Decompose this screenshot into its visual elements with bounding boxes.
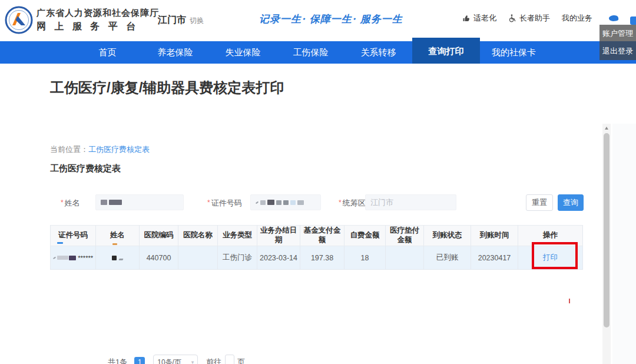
cell-arrival-time: 20230417 xyxy=(471,246,518,270)
cell-advance-amount xyxy=(386,246,424,270)
pagination-total: 共1条 xyxy=(108,357,127,364)
redacted-cell-4 xyxy=(112,256,117,260)
cell-self-amount: 18 xyxy=(344,246,386,270)
col-header-business-type: 业务类型 xyxy=(218,225,257,246)
cell-settle-date: 2023-03-14 xyxy=(257,246,300,270)
nav-item-pension[interactable]: 养老保险 xyxy=(141,41,209,64)
redacted-cell-1 xyxy=(53,256,56,259)
col-header-action: 操作 xyxy=(518,225,583,246)
col-header-name: 姓名 xyxy=(96,225,140,246)
id-label: *证件号码 xyxy=(207,198,242,209)
scrollbar[interactable] xyxy=(602,124,611,364)
region-input[interactable]: 江门市 xyxy=(365,194,456,210)
pagination-page-size-select[interactable]: 10条/页 ▾ xyxy=(153,355,198,364)
search-button[interactable]: 查询 xyxy=(558,194,584,211)
nav-item-query-print[interactable]: 查询打印 xyxy=(412,38,480,64)
pagination-page-1-button[interactable]: 1 xyxy=(134,357,145,364)
org-title-line1: 广东省人力资源和社会保障厅 xyxy=(37,8,159,19)
redacted-name-2 xyxy=(109,200,122,205)
header-underline-blue xyxy=(57,242,63,244)
user-avatar[interactable] xyxy=(608,15,618,22)
nav-item-social-card[interactable]: 我的社保卡 xyxy=(480,41,548,64)
pagination: 共1条 1 10条/页 ▾ 前往 页 xyxy=(108,355,245,364)
wheelchair-icon xyxy=(508,14,516,22)
elder-helper-link[interactable]: 长者助手 xyxy=(508,13,550,24)
section-title: 工伤医疗费核定表 xyxy=(50,163,121,174)
my-business-link[interactable]: 我的业务 xyxy=(562,13,592,24)
city-name: 江门市 xyxy=(158,15,186,25)
redacted-id-7 xyxy=(297,200,304,205)
header-links: 适老化 长者助手 我的业务 xyxy=(462,13,618,24)
cell-hospital-code: 440700 xyxy=(140,246,178,270)
col-header-arrival-time: 到账时间 xyxy=(471,225,518,246)
nav-items: 首页 养老保险 失业保险 工伤保险 关系转移 查询打印 我的社保卡 xyxy=(74,41,636,64)
cell-action: 打印 xyxy=(518,246,583,270)
nav-item-home[interactable]: 首页 xyxy=(74,41,141,64)
right-strip xyxy=(612,124,636,364)
aging-mode-link[interactable]: 适老化 xyxy=(462,13,496,24)
pagination-goto-label: 前往 xyxy=(206,357,221,364)
breadcrumb: 当前位置：工伤医疗费核定表 xyxy=(50,144,150,155)
nav-item-transfer[interactable]: 关系转移 xyxy=(344,41,412,64)
annotation-red-tick xyxy=(569,299,570,303)
print-link[interactable]: 打印 xyxy=(543,253,558,263)
corner-widget[interactable] xyxy=(630,16,636,25)
elder-helper-label: 长者助手 xyxy=(519,13,550,24)
id-input[interactable] xyxy=(250,194,321,210)
col-header-arrival-status: 到账状态 xyxy=(424,225,471,246)
table-row: ****** 440700 工伤门诊 2023-03-14 197.38 18 … xyxy=(50,246,583,270)
col-header-settle-date: 业务办结日期 xyxy=(257,225,300,246)
col-header-hospital-name: 医院名称 xyxy=(178,225,218,246)
redacted-name-1 xyxy=(101,200,107,205)
thumb-up-icon xyxy=(462,14,471,22)
col-header-self-amount: 自费金额 xyxy=(344,225,386,246)
required-asterisk: * xyxy=(61,198,64,207)
nav-item-work-injury[interactable]: 工伤保险 xyxy=(277,41,344,64)
col-header-fund-amount: 基金支付金额 xyxy=(300,225,344,246)
result-table: 证件号码 姓名 医院编码 医院名称 业务类型 业务办结日期 基金支付金额 自费金… xyxy=(50,225,583,270)
breadcrumb-label: 当前位置： xyxy=(50,145,88,154)
page-title: 工伤医疗/康复/辅助器具费核定表打印 xyxy=(50,78,284,97)
user-dropdown-menu: 账户管理 退出登录 xyxy=(599,25,636,60)
name-label: *姓名 xyxy=(61,198,80,209)
col-header-advance-amount: 医疗垫付金额 xyxy=(386,225,424,246)
city-selector: 江门市切换 xyxy=(158,14,204,27)
menu-item-account[interactable]: 账户管理 xyxy=(599,25,636,42)
breadcrumb-current-link[interactable]: 工伤医疗费核定表 xyxy=(88,145,150,154)
name-input[interactable] xyxy=(95,194,184,210)
table-header-row: 证件号码 姓名 医院编码 医院名称 业务类型 业务办结日期 基金支付金额 自费金… xyxy=(50,225,583,246)
org-title: 广东省人力资源和社会保障厅 网 上 服 务 平 台 xyxy=(37,8,159,33)
redacted-id-4 xyxy=(276,200,281,205)
menu-item-logout[interactable]: 退出登录 xyxy=(599,42,636,60)
cell-arrival-status: 已到账 xyxy=(424,246,471,270)
redacted-cell-3 xyxy=(69,256,76,260)
cell-fund-amount: 197.38 xyxy=(300,246,344,270)
slogan: 记录一生· 保障一生· 服务一生 xyxy=(259,12,403,26)
col-header-hospital-code: 医院编码 xyxy=(140,225,178,246)
redacted-id-1 xyxy=(256,201,259,204)
my-business-label: 我的业务 xyxy=(562,13,592,24)
region-label: *统筹区 xyxy=(339,198,366,209)
cell-id-masked: ****** xyxy=(50,246,96,270)
redacted-id-6 xyxy=(290,200,296,205)
nav-item-unemployment[interactable]: 失业保险 xyxy=(209,41,277,64)
header-underline-orange xyxy=(112,243,117,245)
scroll-up-arrow-icon[interactable] xyxy=(605,127,608,130)
main-navbar: 首页 养老保险 失业保险 工伤保险 关系转移 查询打印 我的社保卡 xyxy=(0,41,636,64)
gov-logo-icon xyxy=(5,6,33,34)
cell-name-masked xyxy=(96,246,140,270)
pagination-goto-input[interactable] xyxy=(225,355,234,364)
redacted-id-5 xyxy=(283,200,289,205)
redacted-cell-5 xyxy=(118,259,123,260)
masked-asterisks: ****** xyxy=(78,254,93,262)
header: 广东省人力资源和社会保障厅 网 上 服 务 平 台 江门市切换 记录一生· 保障… xyxy=(0,0,636,41)
scrollbar-thumb[interactable] xyxy=(604,133,610,327)
required-asterisk: * xyxy=(207,198,210,207)
city-switch-link[interactable]: 切换 xyxy=(190,16,204,25)
required-asterisk: * xyxy=(339,198,342,207)
pagination-unit-label: 页 xyxy=(237,357,245,364)
redacted-id-3 xyxy=(267,200,274,205)
aging-mode-label: 适老化 xyxy=(473,13,496,24)
redacted-cell-2 xyxy=(57,256,68,260)
reset-button[interactable]: 重置 xyxy=(526,194,553,211)
